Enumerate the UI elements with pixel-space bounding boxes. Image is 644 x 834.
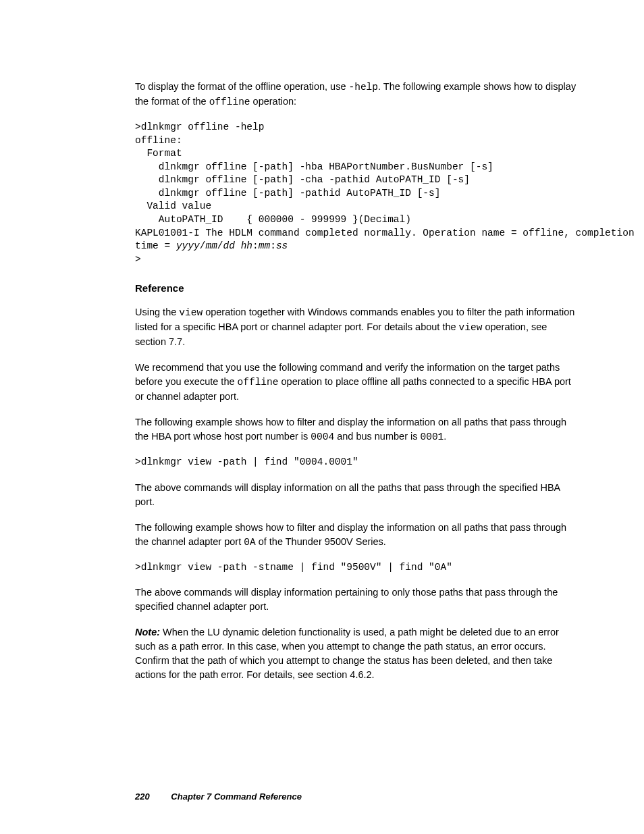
code-italic: mm (205, 240, 217, 251)
text: and bus number is (334, 431, 420, 442)
text: To display the format of the offline ope… (135, 81, 349, 92)
code-text: >dlnkmgr offline -help offline: Format d… (135, 122, 635, 251)
text: of the Thunder 9500V Series. (256, 536, 386, 547)
code-text: : (270, 240, 276, 251)
paragraph-note: Note: When the LU dynamic deletion funct… (135, 625, 580, 682)
paragraph-ref-1: Using the view operation together with W… (135, 305, 580, 349)
paragraph-ref-5: The following example shows how to filte… (135, 521, 580, 550)
text: Using the (135, 307, 179, 317)
inline-code: offline (238, 377, 279, 388)
code-italic: mm (259, 240, 270, 251)
code-block-help: >dlnkmgr offline -help offline: Format d… (135, 121, 580, 266)
code-block-cmd2: >dlnkmgr view -path -stname | find "9500… (135, 561, 580, 575)
inline-code: 0A (244, 537, 255, 548)
inline-code: view (459, 322, 483, 333)
heading-reference: Reference (135, 281, 580, 296)
inline-code: 0001 (421, 432, 444, 442)
code-text (235, 240, 241, 251)
page-number: 220 (135, 791, 150, 802)
code-block-cmd1: >dlnkmgr view -path | find "0004.0001" (135, 456, 580, 469)
code-italic: yyyy (176, 240, 200, 251)
paragraph-intro: To display the format of the offline ope… (135, 80, 580, 109)
inline-code: view (179, 307, 203, 318)
code-text: > (135, 254, 141, 265)
note-body: When the LU dynamic deletion functionali… (135, 627, 559, 680)
chapter-title: Chapter 7 Command Reference (171, 791, 302, 802)
page-content: To display the format of the offline ope… (0, 0, 644, 834)
paragraph-ref-6: The above commands will display informat… (135, 585, 580, 614)
inline-code: -help (349, 82, 379, 93)
inline-code: 0004 (311, 432, 334, 442)
code-italic: ss (276, 240, 288, 251)
code-italic: hh (241, 240, 252, 251)
code-italic: dd (223, 240, 235, 251)
text: operation: (250, 96, 297, 107)
paragraph-ref-2: We recommend that you use the following … (135, 361, 580, 404)
code-text: / (217, 240, 223, 251)
paragraph-ref-3: The following example shows how to filte… (135, 415, 580, 444)
code-text: : (252, 240, 259, 251)
page-footer: 220 Chapter 7 Command Reference (135, 791, 302, 804)
inline-code: offline (209, 97, 250, 107)
note-label: Note: (135, 627, 160, 637)
text: . (444, 431, 446, 442)
paragraph-ref-4: The above commands will display informat… (135, 481, 580, 509)
